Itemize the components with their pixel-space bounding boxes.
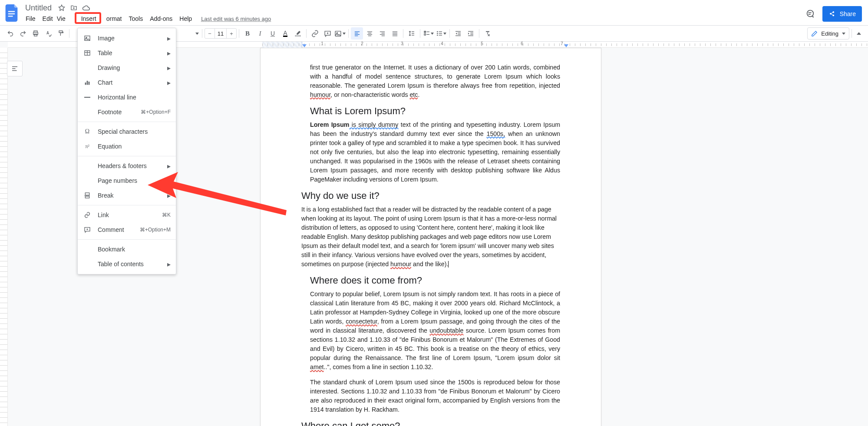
comment-history-button[interactable] <box>803 7 816 20</box>
svg-rect-49 <box>468 36 473 36</box>
share-button[interactable]: Share <box>822 6 862 22</box>
paint-format-button[interactable] <box>55 27 67 40</box>
menu-format[interactable]: ormat <box>100 13 125 24</box>
highlight-color-button[interactable] <box>292 27 304 40</box>
font-size-increase[interactable]: + <box>227 30 236 37</box>
paragraph[interactable]: Contrary to popular belief, Lorem Ipsum … <box>301 290 560 372</box>
align-center-button[interactable] <box>363 27 376 40</box>
paragraph[interactable]: The standard chunk of Lorem Ipsum used s… <box>301 378 560 414</box>
underline-button[interactable]: U <box>267 27 279 40</box>
insert-link-button[interactable] <box>309 27 321 40</box>
horizontal-line-icon <box>83 94 92 101</box>
insert-drawing[interactable]: Drawing▸ <box>78 60 176 75</box>
editing-mode-button[interactable]: Editing <box>807 27 849 40</box>
svg-rect-0 <box>8 11 15 12</box>
heading[interactable]: Where does it come from? <box>301 275 560 286</box>
editing-mode-label: Editing <box>821 30 838 37</box>
share-label: Share <box>840 10 856 17</box>
align-right-button[interactable] <box>376 27 388 40</box>
insert-image-button[interactable] <box>334 27 346 40</box>
vertical-ruler[interactable] <box>0 48 8 426</box>
svg-rect-48 <box>470 34 473 34</box>
line-spacing-button[interactable] <box>406 27 418 40</box>
svg-rect-44 <box>458 34 461 34</box>
spellcheck-button[interactable] <box>42 27 54 40</box>
svg-rect-55 <box>85 83 86 85</box>
svg-rect-8 <box>295 36 300 36</box>
title-column: Untitled File Edit Vie Insert ormat Tool… <box>21 3 803 24</box>
heading[interactable]: What is Lorem Ipsum? <box>301 106 560 117</box>
insert-break[interactable]: Break▸ <box>78 188 176 203</box>
svg-rect-60 <box>85 196 89 198</box>
italic-button[interactable]: I <box>254 27 266 40</box>
insert-toc[interactable]: Table of contents▸ <box>78 257 176 271</box>
comment-icon <box>83 226 92 233</box>
left-indent-marker[interactable] <box>302 44 307 47</box>
document-outline-button[interactable] <box>7 61 23 76</box>
document-page[interactable]: first true generator on the Internet. It… <box>260 48 601 426</box>
paragraph[interactable]: Lorem Ipsum is simply dummy text of the … <box>301 120 560 184</box>
clear-formatting-button[interactable] <box>482 27 494 40</box>
svg-rect-39 <box>439 31 442 32</box>
pencil-icon <box>811 30 818 37</box>
print-button[interactable] <box>30 27 42 40</box>
link-icon <box>83 211 92 218</box>
table-icon <box>83 50 92 56</box>
insert-equation[interactable]: π²Equation <box>78 139 176 154</box>
star-icon[interactable] <box>58 4 66 12</box>
omega-icon: Ω <box>83 128 92 135</box>
font-size-decrease[interactable]: − <box>205 30 215 37</box>
decrease-indent-button[interactable] <box>452 27 464 40</box>
docs-logo-icon[interactable] <box>3 4 21 22</box>
menu-help[interactable]: Help <box>176 13 195 24</box>
increase-indent-button[interactable] <box>465 27 477 40</box>
svg-rect-40 <box>439 33 442 33</box>
heading[interactable]: Where can I get some? <box>301 420 560 426</box>
font-size-value[interactable]: 11 <box>215 29 227 38</box>
bold-button[interactable]: B <box>241 27 254 40</box>
paragraph[interactable]: first true generator on the Internet. It… <box>301 63 560 99</box>
insert-table[interactable]: Table▸ <box>78 46 176 60</box>
svg-rect-1 <box>8 13 15 14</box>
hide-menus-button[interactable] <box>854 32 864 35</box>
insert-image[interactable]: Image▸ <box>78 31 176 46</box>
menu-tools[interactable]: Tools <box>125 13 146 24</box>
font-caret-icon[interactable] <box>195 33 200 35</box>
menu-addons[interactable]: Add-ons <box>147 13 175 24</box>
caret-down-icon <box>842 33 845 35</box>
svg-point-37 <box>437 33 438 34</box>
insert-comment-button[interactable] <box>321 27 333 40</box>
document-title[interactable]: Untitled <box>23 3 54 13</box>
insert-comment[interactable]: Comment⌘+Option+M <box>78 222 176 237</box>
checklist-button[interactable] <box>422 27 435 40</box>
align-left-button[interactable] <box>351 27 363 40</box>
insert-chart[interactable]: Chart▸ <box>78 75 176 90</box>
svg-rect-46 <box>468 31 473 32</box>
insert-headers-footers[interactable]: Headers & footers▸ <box>78 159 176 173</box>
bulleted-list-button[interactable] <box>435 27 447 40</box>
last-edit-link[interactable]: Last edit was 6 minutes ago <box>201 16 271 22</box>
right-indent-marker[interactable] <box>564 44 568 47</box>
insert-footnote[interactable]: Footnote⌘+Option+F <box>78 105 176 119</box>
insert-bookmark[interactable]: Bookmark <box>78 242 176 257</box>
pi-icon: π² <box>83 143 92 150</box>
undo-button[interactable] <box>4 27 17 40</box>
text-color-button[interactable]: A <box>279 27 291 40</box>
menu-edit[interactable]: Edit <box>40 13 56 24</box>
insert-page-numbers[interactable]: Page numbers▸ <box>78 173 176 188</box>
insert-special-characters[interactable]: ΩSpecial characters <box>78 124 176 139</box>
chart-icon <box>83 79 92 86</box>
menu-file[interactable]: File <box>23 13 39 24</box>
insert-link[interactable]: Link⌘K <box>78 208 176 222</box>
align-justify-button[interactable] <box>389 27 401 40</box>
svg-rect-45 <box>455 36 461 36</box>
cloud-status-icon[interactable] <box>82 4 90 12</box>
move-icon[interactable] <box>70 4 78 12</box>
insert-horizontal-line[interactable]: Horizontal line <box>78 90 176 105</box>
menu-view[interactable]: Vie <box>57 13 69 24</box>
menu-insert[interactable]: Insert <box>69 13 99 24</box>
heading[interactable]: Why do we use it? <box>301 190 560 201</box>
svg-rect-43 <box>458 33 461 33</box>
redo-button[interactable] <box>17 27 29 40</box>
paragraph[interactable]: It is a long established fact that a rea… <box>301 205 560 269</box>
